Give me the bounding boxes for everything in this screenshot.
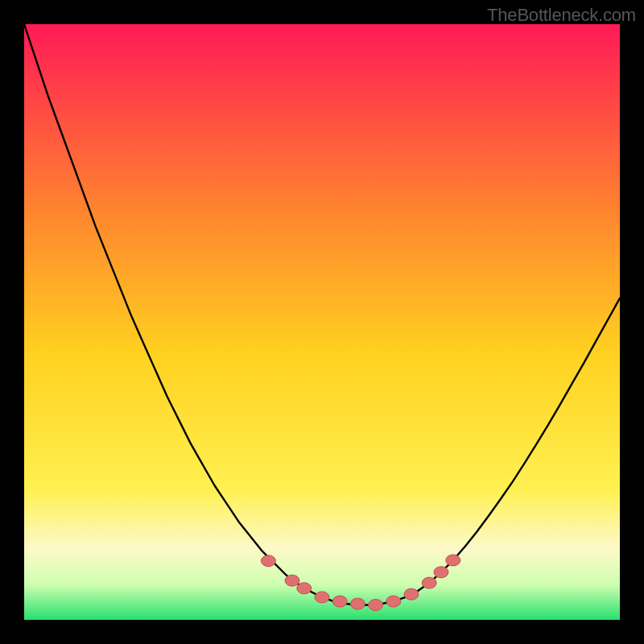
watermark-text: TheBottleneck.com bbox=[487, 5, 636, 26]
gradient-bg bbox=[24, 24, 620, 620]
data-marker bbox=[446, 555, 460, 566]
data-marker bbox=[434, 567, 448, 578]
plot-area bbox=[24, 24, 620, 620]
data-marker bbox=[404, 588, 419, 600]
data-marker bbox=[297, 583, 312, 594]
data-marker bbox=[285, 575, 299, 586]
chart-root: TheBottleneck.com bbox=[0, 0, 644, 644]
data-marker bbox=[332, 596, 347, 607]
data-marker bbox=[422, 577, 436, 588]
data-marker bbox=[350, 598, 365, 609]
data-marker bbox=[386, 596, 401, 607]
data-marker bbox=[261, 555, 275, 567]
plot-svg bbox=[24, 24, 620, 620]
data-marker bbox=[369, 600, 383, 611]
data-marker bbox=[315, 592, 329, 603]
